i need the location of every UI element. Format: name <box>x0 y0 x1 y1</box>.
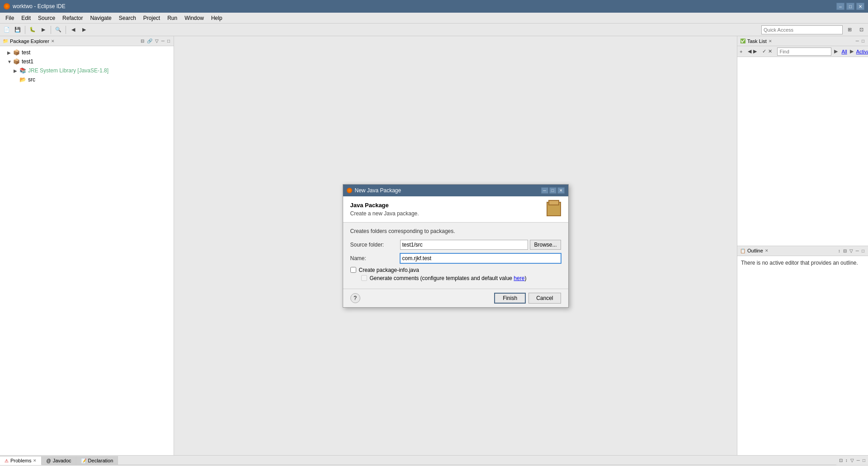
open-perspective-button[interactable]: ⊡ <box>856 25 866 35</box>
view-menu-button[interactable]: ▽ <box>154 38 160 43</box>
tree-item-test[interactable]: ▶ 📦 test <box>0 48 174 57</box>
quick-access-input[interactable] <box>761 25 843 34</box>
run-button[interactable]: ▶ <box>38 25 48 35</box>
find-input[interactable] <box>777 48 831 56</box>
task-toolbar: + ◀ ▶ ✓ ✕ ▶ All ▶ Activate... 🔄 <box>737 46 868 57</box>
problems-maximize[interactable]: □ <box>862 458 866 463</box>
perspectives-button[interactable]: ⊞ <box>844 25 854 35</box>
all-link[interactable]: All <box>840 49 848 54</box>
expand-arrow-test1: ▼ <box>7 59 13 64</box>
menubar: File Edit Source Refactor Navigate Searc… <box>0 13 868 24</box>
problems-filter-button[interactable]: ⊡ <box>838 458 844 463</box>
outline-panel: 📋 Outline ✕ ↕ ⊟ ▽ ─ □ There is no active… <box>737 246 868 456</box>
outline-sort-button[interactable]: ↕ <box>837 248 841 253</box>
tab-javadoc-label: Javadoc <box>53 458 71 463</box>
task-list-minimize[interactable]: ─ <box>855 38 860 43</box>
close-button[interactable]: ✕ <box>856 3 864 10</box>
src-icon: 📂 <box>19 76 26 83</box>
problems-sort-button[interactable]: ↕ <box>844 458 849 463</box>
here-link[interactable]: here <box>514 275 524 281</box>
problems-menu-button[interactable]: ▽ <box>849 458 855 463</box>
link-with-editor-button[interactable]: 🔗 <box>146 38 153 43</box>
new-button[interactable]: 📄 <box>2 25 12 35</box>
dialog-overlay: New Java Package ─ □ ✕ Java Package Crea… <box>174 36 737 455</box>
bottom-panel: ⚠ Problems ✕ @ Javadoc 📝 Declaration ⊡ ↕… <box>0 455 868 466</box>
create-package-info-row: Create package-info.java <box>350 267 561 273</box>
collapse-all-button[interactable]: ⊟ <box>140 38 145 43</box>
tab-declaration[interactable]: 📝 Declaration <box>76 456 118 465</box>
menu-edit[interactable]: Edit <box>18 14 34 22</box>
outline-menu-button[interactable]: ▽ <box>849 248 854 253</box>
dialog-close[interactable]: ✕ <box>557 187 565 194</box>
dialog-title-text: New Java Package <box>355 187 401 194</box>
problems-minimize[interactable]: ─ <box>856 458 861 463</box>
name-row: Name: <box>350 253 561 263</box>
menu-help[interactable]: Help <box>208 14 226 22</box>
debug-button[interactable]: 🐛 <box>28 25 38 35</box>
bottom-tabs: ⚠ Problems ✕ @ Javadoc 📝 Declaration ⊡ ↕… <box>0 456 868 466</box>
activate-link[interactable]: Activate... <box>855 49 868 54</box>
dialog-heading: Java Package <box>350 202 419 209</box>
menu-run[interactable]: Run <box>164 14 181 22</box>
cancel-button[interactable]: Cancel <box>528 293 561 304</box>
menu-source[interactable]: Source <box>34 14 59 22</box>
search-button[interactable]: 🔍 <box>53 25 63 35</box>
back-button[interactable]: ◀ <box>68 25 78 35</box>
source-folder-input[interactable] <box>400 240 528 250</box>
minimize-button[interactable]: – <box>836 3 844 10</box>
finish-button[interactable]: Finish <box>494 293 526 304</box>
left-panel: 📁 Package Explorer ✕ ⊟ 🔗 ▽ ─ □ ▶ 📦 test … <box>0 36 174 455</box>
tree-item-jre[interactable]: ▶ 📚 JRE System Library [JavaSE-1.8] <box>0 66 174 75</box>
right-panel: ✅ Task List ✕ ─ □ + ◀ ▶ ✓ ✕ ▶ <box>737 36 868 455</box>
forward-button[interactable]: ▶ <box>79 25 89 35</box>
browse-button[interactable]: Browse... <box>530 240 561 250</box>
dialog-minimize[interactable]: ─ <box>541 187 548 194</box>
outline-collapse-button[interactable]: ⊟ <box>842 248 848 253</box>
task-back-button[interactable]: ◀ <box>747 47 752 57</box>
task-list-maximize[interactable]: □ <box>861 38 865 43</box>
eclipse-icon <box>4 3 10 10</box>
outline-header: 📋 Outline ✕ ↕ ⊟ ▽ ─ □ <box>737 246 868 256</box>
task-list-label: Task List <box>747 38 767 44</box>
generate-comments-checkbox[interactable] <box>361 275 367 281</box>
help-button[interactable]: ? <box>350 293 360 303</box>
menu-window[interactable]: Window <box>181 14 208 22</box>
dialog-maximize[interactable]: □ <box>549 187 557 194</box>
create-package-info-checkbox[interactable] <box>350 267 356 273</box>
tab-problems[interactable]: ⚠ Problems ✕ <box>0 456 42 465</box>
app-title: worktwo - Eclipse IDE <box>4 3 66 10</box>
minimize-panel-button[interactable]: ─ <box>160 38 165 43</box>
task-forward-button[interactable]: ▶ <box>753 47 757 57</box>
tree-item-src[interactable]: 📂 src <box>0 75 174 84</box>
menu-refactor[interactable]: Refactor <box>59 14 86 22</box>
new-task-button[interactable]: + <box>739 47 743 57</box>
menu-search[interactable]: Search <box>115 14 140 22</box>
dialog-banner-text: Java Package Create a new Java package. <box>350 202 419 217</box>
outline-message: There is no active editor that provides … <box>737 256 868 270</box>
dialog-footer: ? Finish Cancel <box>343 289 568 307</box>
project-icon-test1: 📦 <box>13 58 20 65</box>
generate-comments-row: Generate comments (configure templates a… <box>361 275 561 281</box>
toolbar: 📄 💾 🐛 ▶ 🔍 ◀ ▶ ⊞ ⊡ <box>0 24 868 36</box>
task-mark-button[interactable]: ✓ <box>762 47 767 57</box>
save-button[interactable]: 💾 <box>13 25 23 35</box>
expand-icon: ▶ <box>832 48 840 54</box>
menu-file[interactable]: File <box>2 14 18 22</box>
task-unmark-button[interactable]: ✕ <box>768 47 773 57</box>
tab-javadoc[interactable]: @ Javadoc <box>42 456 76 465</box>
window-controls: – □ ✕ <box>836 3 864 10</box>
generate-comments-label: Generate comments (configure templates a… <box>370 275 527 281</box>
menu-navigate[interactable]: Navigate <box>86 14 115 22</box>
outline-maximize[interactable]: □ <box>861 248 865 253</box>
tree-item-test1[interactable]: ▼ 📦 test1 <box>0 57 174 66</box>
name-input[interactable] <box>400 253 561 263</box>
dialog-icon <box>347 188 352 193</box>
task-list-header: ✅ Task List ✕ ─ □ <box>737 36 868 46</box>
maximize-button[interactable]: □ <box>846 3 854 10</box>
maximize-panel-button[interactable]: □ <box>166 38 171 43</box>
toolbar-separator-3 <box>66 26 66 34</box>
outline-minimize[interactable]: ─ <box>855 248 860 253</box>
main-layout: 📁 Package Explorer ✕ ⊟ 🔗 ▽ ─ □ ▶ 📦 test … <box>0 36 868 455</box>
tree-label-test1: test1 <box>22 58 33 65</box>
menu-project[interactable]: Project <box>140 14 164 22</box>
